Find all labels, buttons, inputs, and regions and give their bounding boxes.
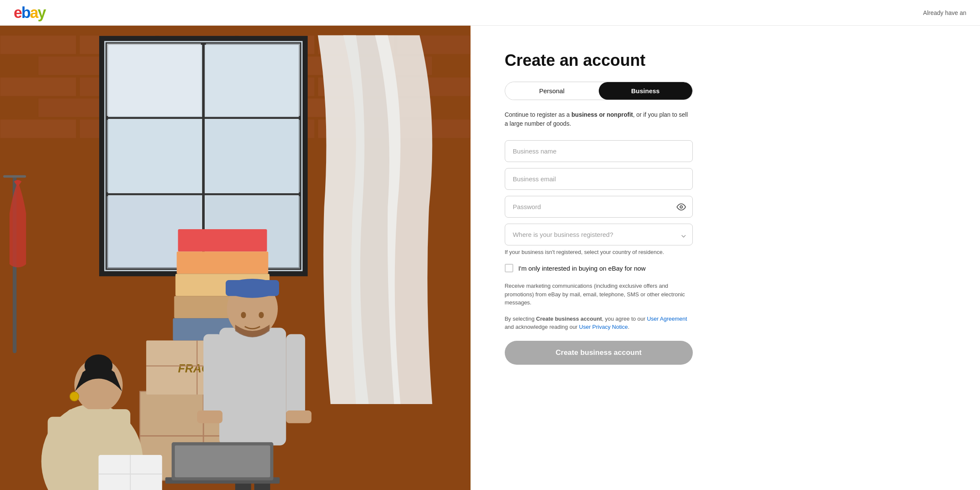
user-agreement-link[interactable]: User Agreement: [647, 316, 687, 322]
svg-rect-12: [0, 77, 76, 97]
svg-rect-36: [107, 120, 201, 192]
buying-only-label: I'm only interested in buying on eBay fo…: [518, 265, 646, 272]
svg-rect-59: [286, 334, 305, 416]
logo-y: y: [38, 5, 45, 21]
hero-image-section: FRAGILE: [0, 26, 471, 490]
location-dropdown-wrapper: Where is your business registered? Unite…: [505, 224, 693, 245]
legal-text: By selecting Create business account, yo…: [505, 315, 693, 331]
svg-point-70: [70, 392, 79, 401]
business-location-select[interactable]: Where is your business registered? Unite…: [505, 224, 693, 245]
svg-rect-58: [203, 334, 223, 416]
svg-point-69: [85, 354, 112, 378]
svg-rect-34: [107, 44, 201, 116]
svg-rect-61: [286, 410, 311, 423]
svg-point-65: [241, 312, 246, 318]
create-business-account-button[interactable]: Create business account: [505, 341, 693, 365]
form-title: Create an account: [505, 51, 946, 70]
header: ebay Already have an: [0, 0, 980, 26]
password-input[interactable]: [505, 196, 693, 218]
logo-a: a: [30, 5, 38, 21]
buying-only-checkbox-group: I'm only interested in buying on eBay fo…: [505, 264, 693, 272]
buying-only-checkbox[interactable]: [505, 264, 513, 272]
svg-point-66: [259, 312, 264, 318]
business-name-input[interactable]: [505, 140, 693, 162]
location-hint: If your business isn't registered, selec…: [505, 249, 693, 255]
svg-rect-57: [219, 328, 286, 446]
svg-rect-37: [206, 120, 300, 192]
svg-rect-64: [226, 280, 279, 296]
account-description: Continue to register as a business or no…: [505, 110, 693, 128]
hero-image: FRAGILE: [0, 26, 471, 490]
password-group: [505, 196, 693, 218]
marketing-text: Receive marketing communications (includ…: [505, 282, 693, 307]
business-email-input[interactable]: [505, 168, 693, 190]
logo-b: b: [21, 5, 30, 21]
business-name-group: [505, 140, 693, 162]
already-have-account-text: Already have an: [923, 9, 966, 16]
logo-e: e: [14, 5, 21, 21]
toggle-password-visibility-button[interactable]: [677, 202, 686, 212]
svg-point-80: [680, 206, 683, 208]
svg-rect-50: [178, 229, 267, 251]
svg-rect-41: [3, 175, 26, 178]
form-section: Create an account Personal Business Cont…: [471, 26, 980, 490]
main-content: FRAGILE: [0, 26, 980, 490]
ebay-logo[interactable]: ebay: [14, 5, 45, 21]
svg-rect-1: [0, 35, 76, 54]
svg-rect-35: [206, 44, 300, 116]
personal-tab[interactable]: Personal: [505, 82, 599, 100]
svg-rect-72: [48, 417, 68, 481]
svg-rect-60: [197, 410, 222, 423]
svg-rect-23: [0, 119, 76, 139]
business-tab[interactable]: Business: [599, 82, 692, 100]
svg-rect-78: [175, 446, 270, 477]
business-email-group: [505, 168, 693, 190]
account-type-toggle: Personal Business: [505, 82, 693, 100]
privacy-notice-link[interactable]: User Privacy Notice: [579, 324, 628, 330]
svg-rect-51: [177, 251, 268, 274]
legal-bold: Create business account: [536, 316, 602, 322]
